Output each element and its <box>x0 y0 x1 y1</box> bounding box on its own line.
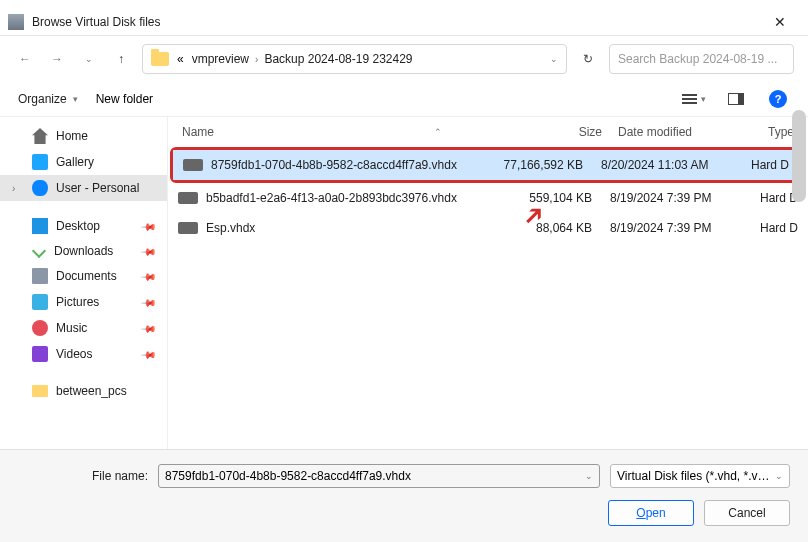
view-button[interactable]: ▾ <box>682 88 706 110</box>
pin-icon: 📌 <box>141 346 157 362</box>
pin-icon: 📌 <box>141 320 157 336</box>
title-bar: Browse Virtual Disk files ✕ <box>0 8 808 36</box>
pin-icon: 📌 <box>141 294 157 310</box>
annotation-highlight: 8759fdb1-070d-4b8b-9582-c8accd4ff7a9.vhd… <box>170 147 802 183</box>
home-icon <box>32 128 48 144</box>
download-icon <box>32 244 46 258</box>
main-area: Home Gallery ›User - Personal Desktop📌 D… <box>0 117 808 455</box>
documents-icon <box>32 268 48 284</box>
window-title: Browse Virtual Disk files <box>32 15 760 29</box>
file-date: 8/19/2024 7:39 PM <box>610 221 760 235</box>
file-type: Hard D <box>760 221 808 235</box>
sidebar-item-documents[interactable]: Documents📌 <box>0 263 167 289</box>
search-input[interactable]: Search Backup 2024-08-19 ... <box>609 44 794 74</box>
sidebar-item-label: Desktop <box>56 219 100 233</box>
sidebar-item-music[interactable]: Music📌 <box>0 315 167 341</box>
sidebar-item-between[interactable]: between_pcs <box>0 379 167 403</box>
chevron-down-icon: ▾ <box>701 94 706 104</box>
sidebar-item-label: Videos <box>56 347 92 361</box>
file-row[interactable]: b5badfd1-e2a6-4f13-a0a0-2b893bdc3976.vhd… <box>168 183 808 213</box>
breadcrumb-prefix: « <box>177 52 184 66</box>
breadcrumb-seg-1[interactable]: vmpreview <box>192 52 249 66</box>
file-name: 8759fdb1-070d-4b8b-9582-c8accd4ff7a9.vhd… <box>211 158 481 172</box>
up-button[interactable]: ↑ <box>110 48 132 70</box>
pin-icon: 📌 <box>141 268 157 284</box>
chevron-down-icon: ▾ <box>73 94 78 104</box>
help-icon: ? <box>769 90 787 108</box>
column-name[interactable]: Name⌃ <box>174 125 490 139</box>
file-size: 88,064 KB <box>490 221 610 235</box>
chevron-right-icon: › <box>255 54 258 65</box>
breadcrumb[interactable]: vmpreview › Backup 2024-08-19 232429 <box>192 52 542 66</box>
filename-label: File name: <box>18 469 148 483</box>
disk-icon <box>178 192 198 204</box>
address-bar[interactable]: « vmpreview › Backup 2024-08-19 232429 ⌄ <box>142 44 567 74</box>
filter-label: Virtual Disk files (*.vhd, *.vhdx) <box>617 469 775 483</box>
organize-button[interactable]: Organize ▾ <box>18 92 78 106</box>
sidebar: Home Gallery ›User - Personal Desktop📌 D… <box>0 117 168 455</box>
music-icon <box>32 320 48 336</box>
recent-dropdown[interactable]: ⌄ <box>78 48 100 70</box>
nav-row: ← → ⌄ ↑ « vmpreview › Backup 2024-08-19 … <box>0 36 808 82</box>
sidebar-item-home[interactable]: Home <box>0 123 167 149</box>
bottom-bar: File name: 8759fdb1-070d-4b8b-9582-c8acc… <box>0 449 808 542</box>
filename-row: File name: 8759fdb1-070d-4b8b-9582-c8acc… <box>18 464 790 488</box>
sidebar-item-label: Music <box>56 321 87 335</box>
button-row: Open Cancel <box>18 500 790 526</box>
new-folder-button[interactable]: New folder <box>96 92 153 106</box>
refresh-button[interactable]: ↻ <box>577 48 599 70</box>
sidebar-item-desktop[interactable]: Desktop📌 <box>0 213 167 239</box>
filename-input[interactable]: 8759fdb1-070d-4b8b-9582-c8accd4ff7a9.vhd… <box>158 464 600 488</box>
file-list: Name⌃ Size Date modified Type 8759fdb1-0… <box>168 117 808 455</box>
sidebar-item-label: Documents <box>56 269 117 283</box>
breadcrumb-seg-2[interactable]: Backup 2024-08-19 232429 <box>264 52 412 66</box>
sidebar-item-user[interactable]: ›User - Personal <box>0 175 167 201</box>
videos-icon <box>32 346 48 362</box>
column-size[interactable]: Size <box>490 125 610 139</box>
file-type-filter[interactable]: Virtual Disk files (*.vhd, *.vhdx) ⌄ <box>610 464 790 488</box>
address-dropdown-icon[interactable]: ⌄ <box>550 54 558 64</box>
chevron-down-icon[interactable]: ⌄ <box>585 471 593 481</box>
sidebar-item-gallery[interactable]: Gallery <box>0 149 167 175</box>
sidebar-item-videos[interactable]: Videos📌 <box>0 341 167 367</box>
app-icon <box>8 14 24 30</box>
filename-value: 8759fdb1-070d-4b8b-9582-c8accd4ff7a9.vhd… <box>165 469 411 483</box>
sidebar-item-label: User - Personal <box>56 181 139 195</box>
file-name: b5badfd1-e2a6-4f13-a0a0-2b893bdc3976.vhd… <box>206 191 490 205</box>
cancel-button[interactable]: Cancel <box>704 500 790 526</box>
sidebar-item-pictures[interactable]: Pictures📌 <box>0 289 167 315</box>
back-button[interactable]: ← <box>14 48 36 70</box>
file-list-header[interactable]: Name⌃ Size Date modified Type <box>168 117 808 147</box>
open-button[interactable]: Open <box>608 500 694 526</box>
close-button[interactable]: ✕ <box>760 14 800 30</box>
sidebar-item-label: Downloads <box>54 244 113 258</box>
cloud-icon <box>32 180 48 196</box>
sidebar-item-label: between_pcs <box>56 384 127 398</box>
chevron-down-icon: ⌄ <box>775 471 783 481</box>
sidebar-item-label: Gallery <box>56 155 94 169</box>
column-date[interactable]: Date modified <box>610 125 760 139</box>
file-row[interactable]: Esp.vhdx 88,064 KB 8/19/2024 7:39 PM Har… <box>168 213 808 243</box>
disk-icon <box>178 222 198 234</box>
file-size: 77,166,592 KB <box>481 158 601 172</box>
desktop-icon <box>32 218 48 234</box>
search-placeholder: Search Backup 2024-08-19 ... <box>618 52 777 66</box>
toolbar: Organize ▾ New folder ▾ ? <box>0 82 808 117</box>
file-name: Esp.vhdx <box>206 221 490 235</box>
pin-icon: 📌 <box>141 218 157 234</box>
organize-label: Organize <box>18 92 67 106</box>
chevron-right-icon[interactable]: › <box>12 183 24 194</box>
pin-icon: 📌 <box>141 243 157 259</box>
help-button[interactable]: ? <box>766 88 790 110</box>
sidebar-item-label: Pictures <box>56 295 99 309</box>
gallery-icon <box>32 154 48 170</box>
sidebar-item-downloads[interactable]: Downloads📌 <box>0 239 167 263</box>
preview-pane-button[interactable] <box>724 88 748 110</box>
panel-icon <box>728 93 744 105</box>
file-size: 559,104 KB <box>490 191 610 205</box>
sort-indicator-icon: ⌃ <box>434 127 442 137</box>
forward-button[interactable]: → <box>46 48 68 70</box>
sidebar-item-label: Home <box>56 129 88 143</box>
file-row[interactable]: 8759fdb1-070d-4b8b-9582-c8accd4ff7a9.vhd… <box>173 150 799 180</box>
list-icon <box>682 92 697 106</box>
